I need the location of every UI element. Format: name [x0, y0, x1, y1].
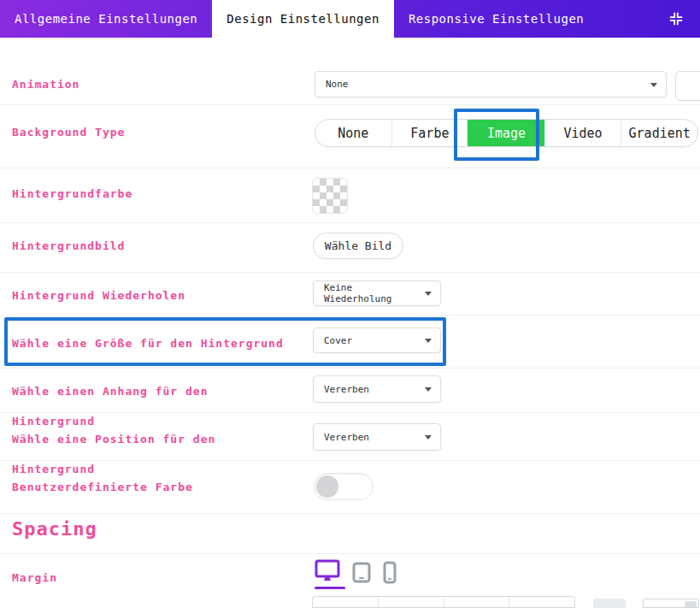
- margin-link-values-button[interactable]: [593, 599, 626, 608]
- background-repeat-label: Hintergrund Wiederholen: [12, 289, 185, 302]
- background-type-label: Background Type: [12, 126, 125, 139]
- device-phone-button[interactable]: [383, 561, 397, 584]
- desktop-icon: [315, 558, 340, 584]
- bgtype-option-video[interactable]: Video: [544, 120, 621, 146]
- settings-tabbar: Allgemeine Einstellungen Design Einstell…: [0, 0, 700, 38]
- bgtype-option-gradient[interactable]: Gradient: [621, 120, 697, 146]
- bgtype-option-farbe[interactable]: Farbe: [391, 120, 468, 146]
- row-divider: [0, 412, 700, 413]
- chevron-down-icon: [425, 435, 432, 440]
- margin-bottom-input[interactable]: [444, 597, 509, 607]
- background-repeat-value: Keine Wiederholung: [324, 282, 420, 304]
- margin-unit-input[interactable]: [643, 599, 699, 608]
- animation-label: Animation: [12, 78, 79, 91]
- background-type-button-group: None Farbe Image Video Gradient: [315, 119, 698, 147]
- row-divider: [0, 272, 700, 273]
- tab-allgemeine-einstellungen[interactable]: Allgemeine Einstellungen: [0, 0, 212, 38]
- chevron-down-icon: [425, 292, 432, 296]
- background-attachment-label-line1: Wähle einen Anhang für den: [12, 385, 209, 398]
- tablet-icon: [352, 561, 371, 584]
- collapse-icon: [668, 11, 684, 27]
- animation-secondary-box[interactable]: [675, 71, 700, 101]
- margin-top-input[interactable]: [313, 597, 378, 607]
- background-repeat-select[interactable]: Keine Wiederholung: [313, 280, 441, 306]
- margin-values-inputs: [312, 596, 575, 608]
- animation-select-value: None: [326, 79, 349, 90]
- design-settings-panel: Allgemeine Einstellungen Design Einstell…: [0, 0, 700, 608]
- background-size-select[interactable]: Cover: [313, 328, 441, 353]
- row-divider: [0, 513, 700, 514]
- tabbar-spacer: [598, 0, 652, 38]
- background-position-label-line1: Wähle eine Position für den: [12, 433, 215, 446]
- row-divider: [0, 104, 700, 105]
- choose-image-button[interactable]: Wähle Bild: [313, 233, 403, 259]
- chevron-down-icon: [425, 339, 432, 343]
- row-divider: [0, 553, 700, 554]
- tab-design-einstellungen[interactable]: Design Einstellungen: [212, 0, 394, 38]
- row-divider: [0, 168, 700, 168]
- toggle-knob: [316, 475, 338, 498]
- bgtype-option-image[interactable]: Image: [468, 120, 544, 146]
- row-divider: [0, 315, 700, 316]
- phone-icon: [383, 561, 397, 584]
- margin-unit-stepper[interactable]: [685, 601, 697, 607]
- background-position-label-line2: Hintergrund: [12, 463, 95, 475]
- background-size-value: Cover: [324, 335, 352, 346]
- custom-color-label: Benutzerdefinierte Farbe: [12, 481, 193, 493]
- row-divider: [0, 222, 700, 223]
- background-attachment-value: Vererben: [324, 384, 369, 395]
- device-tablet-button[interactable]: [352, 561, 371, 584]
- device-switcher: [315, 558, 397, 584]
- background-attachment-label: Wähle einen Anhang für den Hintergrund: [12, 385, 209, 398]
- background-attachment-label-line2: Hintergrund: [12, 415, 95, 428]
- background-size-label: Wähle eine Größe für den Hintergrund: [12, 337, 284, 350]
- row-divider: [0, 368, 700, 369]
- chevron-down-icon: [425, 387, 432, 392]
- device-desktop-button[interactable]: [315, 558, 340, 584]
- custom-color-toggle[interactable]: [314, 473, 374, 500]
- spacing-section-heading: Spacing: [12, 518, 97, 540]
- background-color-label: Hintergrundfarbe: [12, 187, 132, 200]
- background-position-label: Wähle eine Position für den Hintergrund: [12, 433, 215, 446]
- chevron-down-icon: [650, 83, 657, 87]
- margin-label: Margin: [12, 571, 57, 584]
- row-divider: [0, 460, 700, 461]
- tab-responsive-einstellungen[interactable]: Responsive Einstellugen: [394, 0, 598, 38]
- active-device-indicator: [315, 587, 345, 589]
- background-position-select[interactable]: Vererben: [313, 423, 441, 451]
- animation-select[interactable]: None: [315, 71, 667, 97]
- collapse-panel-button[interactable]: [652, 0, 700, 38]
- background-color-swatch[interactable]: [312, 178, 348, 214]
- background-attachment-select[interactable]: Vererben: [313, 375, 441, 403]
- bgtype-option-none[interactable]: None: [315, 120, 391, 146]
- margin-left-input[interactable]: [509, 597, 574, 607]
- margin-right-input[interactable]: [378, 597, 444, 607]
- background-image-label: Hintergrundbild: [12, 239, 125, 252]
- background-position-value: Vererben: [324, 432, 369, 443]
